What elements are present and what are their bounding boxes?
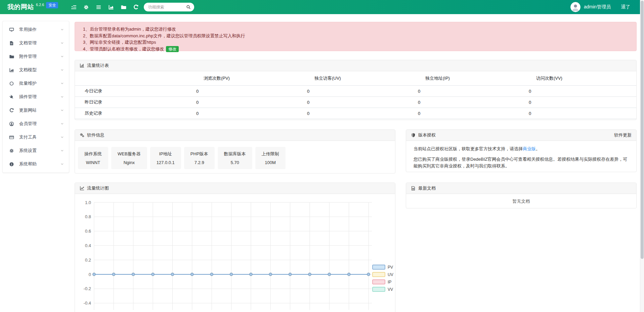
commercial-edition-link[interactable]: 商业版 <box>523 146 536 151</box>
sidebar-item-update-site[interactable]: 更新网站 <box>3 104 69 117</box>
sidebar-item-attachment-management[interactable]: 附件管理 <box>3 50 69 63</box>
sidebar-item-common-operations[interactable]: 常用操作 <box>3 23 69 36</box>
sidebar-item-label: 会员管理 <box>19 121 60 127</box>
sidebar-item-system-settings[interactable]: 系统设置 <box>3 144 69 157</box>
cell-value: 0 <box>304 108 415 119</box>
data-point-pv[interactable] <box>328 273 331 276</box>
data-point-pv[interactable] <box>93 273 95 276</box>
legend-swatch-vv[interactable] <box>373 287 385 291</box>
gear-icon <box>9 148 14 153</box>
data-point-pv[interactable] <box>210 273 213 276</box>
chart-series <box>93 273 370 276</box>
avatar[interactable] <box>570 2 581 12</box>
data-point-pv[interactable] <box>367 273 370 276</box>
sidebar-item-label: 更新网站 <box>19 107 60 113</box>
chevron-down-icon <box>60 149 64 153</box>
plug-icon <box>9 94 14 100</box>
y-axis-tick-label: 1.0 <box>85 200 91 205</box>
panel-title: 流量统计图 <box>87 185 109 191</box>
data-point-pv[interactable] <box>132 273 135 276</box>
sidebar-item-label: 常用操作 <box>19 27 60 33</box>
search-icon[interactable] <box>186 5 191 9</box>
sidebar-item-batch-maintenance[interactable]: 批量维护 <box>3 77 69 90</box>
chevron-down-icon <box>60 135 64 139</box>
license-paragraph-1: 当前站点已授权社区版，获取更多官方技术支持，请选择商业版。 <box>414 146 629 152</box>
legend-swatch-uv[interactable] <box>373 272 385 277</box>
circle-icon <box>9 81 14 86</box>
card-value: Nginx <box>118 160 141 165</box>
logout-button[interactable]: 退了 <box>621 4 630 10</box>
cell-value: 0 <box>525 108 636 119</box>
traffic-table: 浏览次数(PV) 独立访客(UV) 独立地址(IP) 访问次数(VV) 今日记录… <box>75 71 636 119</box>
page-scrollbar[interactable] <box>640 0 644 312</box>
menu-fold-icon[interactable] <box>71 4 77 10</box>
traffic-table-wrap: 浏览次数(PV) 独立访客(UV) 独立地址(IP) 访问次数(VV) 今日记录… <box>75 71 636 122</box>
row-label: 今日记录 <box>75 86 193 97</box>
chevron-down-icon <box>60 28 64 32</box>
data-point-pv[interactable] <box>230 273 233 276</box>
card-label: 操作系统 <box>84 151 102 157</box>
data-point-pv[interactable] <box>152 273 154 276</box>
folder-icon[interactable] <box>121 4 126 10</box>
data-point-pv[interactable] <box>250 273 252 276</box>
data-point-pv[interactable] <box>269 273 272 276</box>
security-badge[interactable]: 安全 <box>46 2 58 8</box>
legend-label-vv[interactable]: VV <box>388 287 393 292</box>
bar-chart-icon <box>80 63 84 68</box>
sidebar-item-plugin-management[interactable]: 插件管理 <box>3 90 69 104</box>
row-label: 昨日记录 <box>75 97 193 108</box>
data-point-pv[interactable] <box>171 273 174 276</box>
modify-button[interactable]: 修改 <box>166 46 179 52</box>
sidebar-item-member-management[interactable]: 会员管理 <box>3 117 69 130</box>
panel-title: 最新文档 <box>418 185 436 191</box>
user-name[interactable]: admin管理员 <box>584 4 611 10</box>
legend-label-ip[interactable]: IP <box>388 280 391 284</box>
cell-value: 0 <box>193 108 304 119</box>
info-circle-icon <box>9 162 14 167</box>
card-label: IP地址 <box>157 151 175 157</box>
sidebar-item-label: 文档管理 <box>19 40 60 46</box>
chevron-down-icon <box>60 162 64 166</box>
license-panel: 版本授权 软件更新 当前站点已授权社区版，获取更多官方技术支持，请选择商业版。 … <box>406 129 637 172</box>
card-label: 上传限制 <box>262 151 279 157</box>
alert-line: 4、管理员默认名称没有修改，建议您修改修改 <box>83 46 628 52</box>
sidebar-item-label: 支付工具 <box>19 134 60 140</box>
legend-label-pv[interactable]: PV <box>388 265 393 270</box>
software-cards: 操作系统 WINNT WEB服务器 Nginx IP地址 127.0.0.1 P… <box>75 141 395 169</box>
traffic-stats-panel: 流量统计表 浏览次数(PV) 独立访客(UV) 独立地址(IP) 访问次数(VV… <box>75 60 637 120</box>
card-label: PHP版本 <box>190 151 208 157</box>
sidebar-item-document-management[interactable]: 文档管理 <box>3 36 69 50</box>
chart-area-icon[interactable] <box>108 4 114 10</box>
sidebar-item-system-help[interactable]: 系统帮助 <box>3 157 69 171</box>
software-update-link[interactable]: 软件更新 <box>614 132 632 138</box>
scrollbar-thumb[interactable] <box>641 1 644 259</box>
legend-label-uv[interactable]: UV <box>388 272 393 277</box>
version-label: 6.2.6 <box>36 3 44 7</box>
alert-line: 1、后台管理登录名称为admin，建议您进行修改 <box>83 26 628 33</box>
chevron-down-icon <box>60 68 64 72</box>
credit-card-icon <box>9 135 14 140</box>
chevron-down-icon <box>60 41 64 45</box>
data-point-pv[interactable] <box>191 273 194 276</box>
search-input[interactable] <box>148 5 186 9</box>
card-value: WINNT <box>84 160 102 165</box>
shield-icon <box>411 133 416 138</box>
license-body: 当前站点已授权社区版，获取更多官方技术支持，请选择商业版。 您已购买了商业版授权… <box>406 141 636 169</box>
data-point-pv[interactable] <box>289 273 292 276</box>
cell-value: 0 <box>525 86 636 97</box>
legend-swatch-pv[interactable] <box>373 265 385 269</box>
data-point-pv[interactable] <box>348 273 350 276</box>
brand-title[interactable]: 我的网站 <box>7 3 34 11</box>
legend-swatch-ip[interactable] <box>373 280 385 284</box>
y-axis-tick-label: 0 <box>89 272 91 277</box>
hamburger-menu-icon[interactable] <box>96 4 101 10</box>
data-point-pv[interactable] <box>112 273 115 276</box>
sidebar-item-document-model[interactable]: 文档模型 <box>3 63 69 77</box>
sidebar-item-payment-tools[interactable]: 支付工具 <box>3 130 69 144</box>
gear-icon[interactable] <box>83 4 89 10</box>
data-point-pv[interactable] <box>308 273 311 276</box>
card-value: 127.0.0.1 <box>157 160 175 165</box>
line-chart-icon <box>80 186 84 191</box>
refresh-icon[interactable] <box>133 4 139 10</box>
cell-value: 0 <box>415 86 525 97</box>
